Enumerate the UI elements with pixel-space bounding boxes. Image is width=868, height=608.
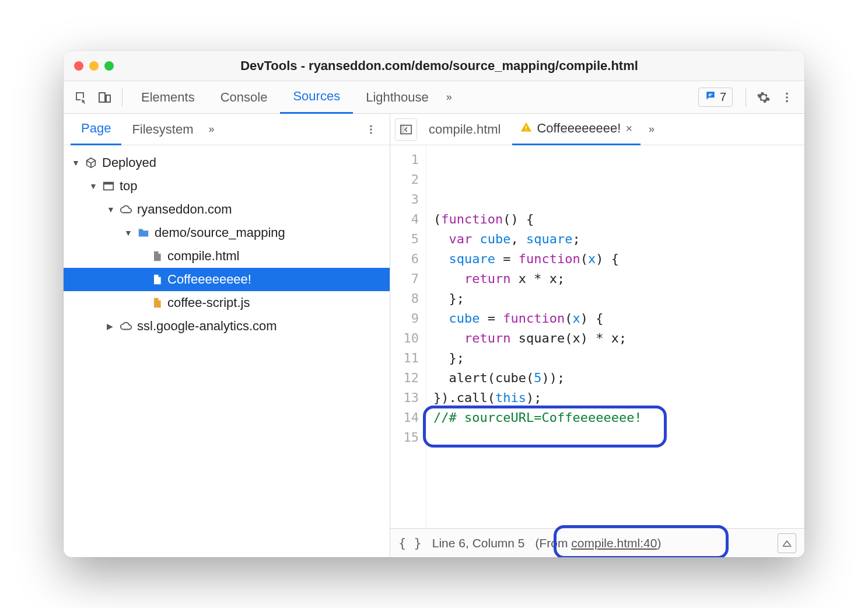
tab-label: Coffeeeeeeee! bbox=[537, 121, 621, 136]
separator bbox=[746, 88, 746, 107]
svg-point-4 bbox=[786, 92, 788, 95]
svg-rect-15 bbox=[526, 130, 527, 131]
devtools-window: DevTools - ryanseddon.com/demo/source_ma… bbox=[64, 51, 804, 557]
tab-elements[interactable]: Elements bbox=[128, 81, 208, 114]
file-icon bbox=[151, 250, 163, 263]
tree-file-coffee[interactable]: Coffeeeeeeee! bbox=[64, 268, 390, 291]
panel-tabs: Elements Console Sources Lighthouse » bbox=[128, 81, 698, 114]
device-toolbar-icon[interactable] bbox=[93, 86, 116, 109]
svg-rect-2 bbox=[709, 94, 713, 95]
caret-down-icon: ▼ bbox=[89, 181, 97, 191]
editor-statusbar: { } Line 6, Column 5 (From compile.html:… bbox=[390, 528, 804, 557]
editor-tabs: compile.html Coffeeeeeeee! × » bbox=[390, 114, 804, 145]
tree-file-coffeescript[interactable]: coffee-script.js bbox=[64, 291, 390, 315]
tab-console[interactable]: Console bbox=[208, 81, 281, 114]
navigator-more-button[interactable]: » bbox=[204, 123, 219, 135]
tree-node-folder[interactable]: ▼ demo/source_mapping bbox=[64, 221, 390, 244]
caret-down-icon: ▼ bbox=[124, 228, 132, 237]
cloud-icon bbox=[120, 203, 132, 216]
svg-point-7 bbox=[370, 125, 372, 127]
tree-label: demo/source_mapping bbox=[155, 225, 285, 240]
svg-rect-0 bbox=[99, 93, 105, 102]
source-from-link: compile.html:40 bbox=[571, 536, 657, 550]
frame-icon bbox=[102, 180, 115, 193]
svg-rect-3 bbox=[709, 95, 711, 96]
toggle-navigator-icon[interactable] bbox=[395, 118, 417, 141]
editor-tab-coffee[interactable]: Coffeeeeeeee! × bbox=[512, 114, 640, 145]
tree-label: Deployed bbox=[102, 155, 156, 170]
tree-label: top bbox=[120, 179, 138, 194]
file-icon bbox=[151, 273, 163, 286]
pretty-print-icon[interactable]: { } bbox=[398, 536, 422, 550]
tab-label: compile.html bbox=[429, 122, 501, 137]
tree-node-top[interactable]: ▼ top bbox=[64, 174, 390, 198]
svg-rect-1 bbox=[106, 95, 110, 102]
editor-panel: compile.html Coffeeeeeeee! × » 123456789… bbox=[390, 114, 804, 557]
close-window-button[interactable] bbox=[74, 61, 83, 71]
close-tab-icon[interactable]: × bbox=[625, 122, 632, 135]
svg-rect-16 bbox=[783, 546, 792, 547]
svg-rect-11 bbox=[104, 183, 114, 185]
svg-rect-14 bbox=[526, 125, 527, 128]
navigator-tab-filesystem[interactable]: Filesystem bbox=[121, 114, 204, 145]
tree-node-deployed[interactable]: ▼ Deployed bbox=[64, 151, 390, 174]
cube-icon bbox=[85, 156, 97, 169]
tab-sources[interactable]: Sources bbox=[280, 81, 353, 114]
tree-label: coffee-script.js bbox=[167, 295, 250, 310]
line-gutter: 123456789101112131415 bbox=[390, 145, 426, 528]
issues-icon bbox=[705, 90, 716, 104]
cloud-icon bbox=[120, 320, 132, 333]
settings-icon[interactable] bbox=[752, 86, 775, 109]
navigator-tabs: Page Filesystem » bbox=[64, 114, 390, 145]
more-tabs-button[interactable]: » bbox=[442, 91, 457, 103]
separator bbox=[122, 88, 123, 107]
warning-icon bbox=[520, 121, 532, 136]
tree-node-domain[interactable]: ▼ ryanseddon.com bbox=[64, 198, 390, 221]
more-menu-icon[interactable] bbox=[775, 86, 799, 109]
tree-node-analytics[interactable]: ▶ ssl.google-analytics.com bbox=[64, 315, 390, 338]
navigator-menu-icon[interactable] bbox=[359, 118, 383, 141]
titlebar: DevTools - ryanseddon.com/demo/source_ma… bbox=[64, 51, 804, 81]
issues-count: 7 bbox=[720, 90, 726, 104]
tab-lighthouse[interactable]: Lighthouse bbox=[353, 81, 442, 114]
sources-body: Page Filesystem » ▼ Deployed ▼ top bbox=[64, 114, 804, 557]
file-tree: ▼ Deployed ▼ top ▼ ryanseddon.com ▼ bbox=[64, 145, 390, 557]
svg-point-9 bbox=[370, 132, 372, 134]
svg-point-5 bbox=[786, 96, 788, 99]
code-content[interactable]: (function() { var cube, square; square =… bbox=[426, 145, 804, 528]
cursor-position: Line 6, Column 5 bbox=[432, 536, 525, 550]
caret-down-icon: ▼ bbox=[72, 158, 80, 167]
folder-icon bbox=[137, 226, 150, 239]
tree-label: Coffeeeeeeee! bbox=[167, 272, 251, 287]
tree-label: ssl.google-analytics.com bbox=[137, 319, 277, 334]
tree-file-compile[interactable]: compile.html bbox=[64, 244, 390, 268]
svg-rect-13 bbox=[401, 125, 404, 134]
issues-badge[interactable]: 7 bbox=[698, 88, 733, 107]
tree-label: ryanseddon.com bbox=[137, 202, 232, 217]
svg-point-6 bbox=[786, 100, 788, 102]
caret-right-icon: ▶ bbox=[107, 322, 115, 331]
source-from[interactable]: (From compile.html:40) bbox=[536, 536, 662, 550]
editor-tab-compile[interactable]: compile.html bbox=[421, 114, 509, 145]
navigator-panel: Page Filesystem » ▼ Deployed ▼ top bbox=[64, 114, 390, 557]
show-drawer-icon[interactable] bbox=[778, 533, 796, 553]
tree-label: compile.html bbox=[167, 249, 239, 264]
main-toolbar: Elements Console Sources Lighthouse » 7 bbox=[64, 81, 804, 114]
js-file-icon bbox=[151, 296, 163, 309]
code-editor[interactable]: 123456789101112131415 (function() { var … bbox=[390, 145, 804, 528]
svg-point-8 bbox=[370, 128, 372, 130]
window-title: DevTools - ryanseddon.com/demo/source_ma… bbox=[85, 58, 794, 74]
inspect-element-icon[interactable] bbox=[69, 86, 93, 109]
navigator-tab-page[interactable]: Page bbox=[71, 114, 121, 145]
editor-more-tabs[interactable]: » bbox=[644, 123, 659, 135]
caret-down-icon: ▼ bbox=[107, 205, 115, 214]
